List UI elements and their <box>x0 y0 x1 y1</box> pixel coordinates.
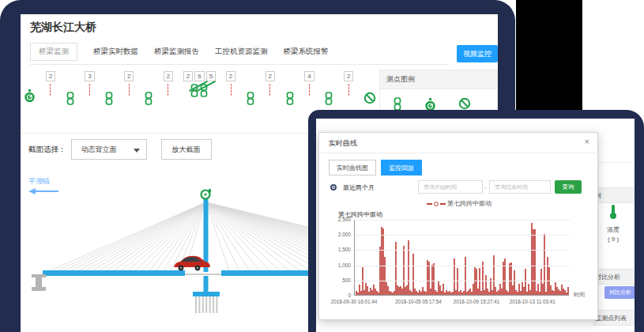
sensor-count-badge: 2 <box>266 71 275 81</box>
y-tick-label: 1,000 <box>321 262 351 268</box>
chain-sensor <box>66 92 75 108</box>
sensor-mark: 2 <box>344 71 353 96</box>
section-select-dropdown[interactable]: 动态背立面 <box>71 139 147 160</box>
compare-analysis-button[interactable]: 对比分析 <box>604 286 635 299</box>
query-start-time-input[interactable] <box>418 180 483 194</box>
legend-series-label: 第七跨跨中振动 <box>447 200 491 207</box>
tab-monitoring-playback[interactable]: 监控回放 <box>381 160 422 175</box>
y-tick-label: 2,000 <box>321 232 351 237</box>
gridline <box>355 266 570 266</box>
sensor-dash-line <box>50 84 51 96</box>
sensor-count-badge: 2 <box>124 71 134 81</box>
query-end-time-input[interactable] <box>489 180 551 194</box>
sensor-count-badge: 4 <box>304 71 314 81</box>
bridge-left-pier <box>32 274 46 291</box>
sensor-mark: 2 <box>164 71 173 96</box>
chain-sensor <box>144 92 153 108</box>
enlarge-section-button[interactable]: 放大截面 <box>161 139 212 160</box>
bridge-pier-cap <box>193 292 220 296</box>
sensor-count-badge: 2 <box>183 71 193 81</box>
gridline <box>355 296 570 296</box>
disabled-sensor-icon[interactable] <box>458 97 471 110</box>
chart-legend[interactable]: 第七跨跨中振动 <box>319 199 599 208</box>
gridline <box>355 220 570 221</box>
chevron-down-icon <box>134 149 140 153</box>
date-range-separator: - <box>484 183 487 191</box>
gridline <box>355 281 570 281</box>
page-title: 芜湖长江大桥 <box>30 21 96 35</box>
sensor-dash-line <box>89 84 90 96</box>
chart-bar <box>465 257 466 295</box>
modal-title: 实时曲线 <box>329 138 357 149</box>
chain-sensor <box>285 92 295 108</box>
chart-bar <box>534 229 536 295</box>
chain-sensor-icon[interactable] <box>66 92 75 105</box>
sensor-dash-line <box>231 84 232 96</box>
chain-sensor-icon[interactable] <box>246 92 255 105</box>
query-form: 最近两个月 - 查询 <box>319 180 599 194</box>
sensor-count-badge: 2 <box>164 71 173 81</box>
recent-two-months-radio[interactable] <box>330 184 337 191</box>
chart-bar <box>567 287 569 295</box>
tab-bridge-monitoring-report[interactable]: 桥梁监测报告 <box>154 47 199 57</box>
tab-bridge-realtime-data[interactable]: 桥梁实时数据 <box>93 47 138 57</box>
query-button[interactable]: 查询 <box>555 180 582 194</box>
sensor-count-badge: 2 <box>46 71 55 81</box>
sensor-dash-line <box>129 84 130 96</box>
tab-bridge-monitoring[interactable]: 桥梁监测 <box>30 43 77 61</box>
disabled-sensor <box>363 92 376 108</box>
y-tick-label: 0 <box>321 292 351 298</box>
legend-line-icon <box>427 203 432 205</box>
bridge-tower-lower <box>204 276 209 293</box>
thermometer-icon <box>608 204 619 220</box>
chart-x-axis-name: 时间 <box>574 291 585 299</box>
chart-bar <box>544 234 545 295</box>
sensor-dash-line <box>309 84 310 96</box>
tab-ipc-resource-monitoring[interactable]: 工控机资源监测 <box>215 47 268 57</box>
y-tick-label: 2,500 <box>321 217 351 222</box>
chain-sensor-icon[interactable] <box>285 92 295 105</box>
chain-sensor-icon[interactable] <box>393 97 402 111</box>
legend-line-icon <box>440 203 446 205</box>
temperature-sensor-block[interactable]: 温度 ( 9 ) <box>594 204 632 243</box>
chain-sensor-icon[interactable] <box>144 92 153 105</box>
background-black-region <box>516 0 582 110</box>
sensor-count-badge: 2 <box>344 71 353 81</box>
section-controls: 截面选择： 动态背立面 放大截面 <box>28 139 212 160</box>
wind-sensor-icon[interactable] <box>201 189 212 199</box>
compare-analysis-header: 对比分析 <box>593 269 635 285</box>
bearing-links <box>190 84 209 97</box>
close-icon[interactable]: × <box>585 137 589 146</box>
chart-bar <box>408 240 409 295</box>
sensor-dash-line <box>168 84 168 96</box>
video-monitoring-button[interactable]: 视频监控 <box>457 45 498 62</box>
tab-realtime-curve-chart[interactable]: 实时曲线图 <box>329 160 376 175</box>
modal-tab-bar: 实时曲线图 监控回放 <box>329 160 422 175</box>
gauge-icon[interactable] <box>24 89 36 104</box>
bridge-deck-gap <box>185 270 221 276</box>
tab-bridge-system-alarm[interactable]: 桥梁系统报警 <box>284 47 329 57</box>
gridline <box>355 235 570 236</box>
sensor-mark: 3 <box>85 71 94 96</box>
bearing-sensor-cluster: 265 <box>183 71 216 97</box>
chain-sensor <box>324 92 333 108</box>
gridline <box>355 250 570 251</box>
sensor-dash-line <box>348 84 349 96</box>
chain-sensor <box>104 92 114 108</box>
sensor-mark: 2 <box>46 71 55 96</box>
disabled-sensor-icon[interactable] <box>363 92 376 104</box>
sensor-mark: 2 <box>226 71 235 96</box>
sensor-count-badge: 3 <box>85 71 94 81</box>
sensor-mark: 2 <box>266 71 275 96</box>
chain-sensor-icon[interactable] <box>324 92 333 105</box>
sensor-mark: 4 <box>304 71 314 96</box>
chain-sensor <box>246 92 255 108</box>
main-tab-bar: 桥梁监测 桥梁实时数据 桥梁监测报告 工控机资源监测 桥梁系统报警 <box>30 43 449 65</box>
chart-plot-area <box>354 220 569 296</box>
legend-marker-icon <box>434 202 439 206</box>
chain-sensor-icon[interactable] <box>104 92 114 105</box>
point-list-header: 监测点列表 <box>593 310 635 326</box>
modal-header: 实时曲线 × <box>319 133 597 153</box>
temperature-count: ( 9 ) <box>594 236 632 243</box>
temperature-label: 温度 <box>594 225 632 234</box>
